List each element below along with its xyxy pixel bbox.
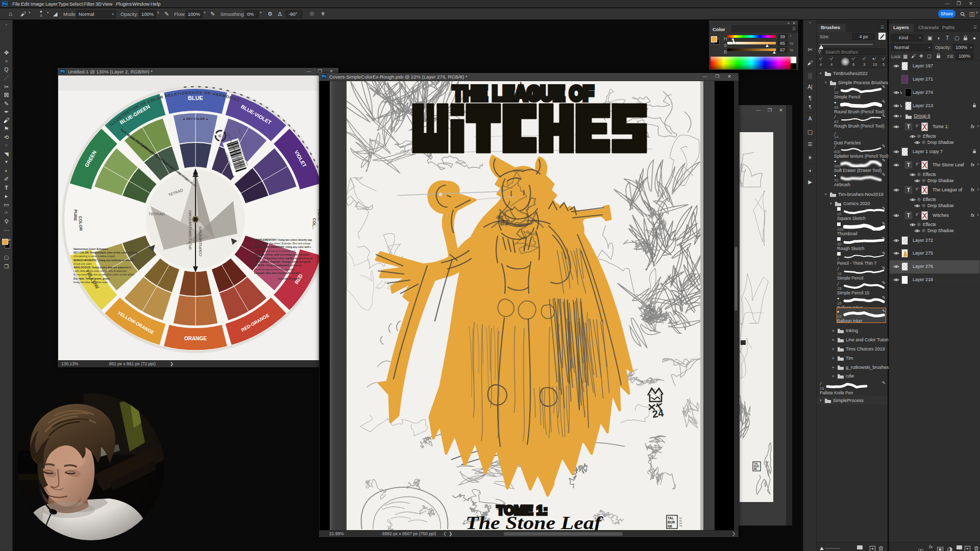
- svg-text:TRIAD: Using three colors equa: TRIAD: Using three colors equally spaced…: [254, 257, 312, 260]
- svg-text:COLOR: COLOR: [78, 216, 83, 231]
- svg-text:TETRAD: Using a combination of: TETRAD: Using a combination of four co: [254, 264, 302, 267]
- svg-text:MONOCHROMATIC: Using any tint: MONOCHROMATIC: Using any tint/tone or sh…: [74, 259, 133, 262]
- svg-text:the wheel that are two sets of: the wheel that are two sets of comple: [254, 268, 295, 271]
- svg-text:Example: Blue and orange with: Example: Blue and orange with red and: [254, 272, 300, 274]
- svg-text:SPLIT COMPLEMENTARY: Using any: SPLIT COMPLEMENTARY: Using any color wit…: [254, 246, 311, 248]
- svg-text:BUR: BUR: [668, 520, 675, 524]
- svg-text:colors on each side of its com: colors on each side of its complement.: [254, 250, 296, 253]
- svg-text:Example: Yellow green, green,: Example: Yellow green, green,: [74, 277, 110, 280]
- svg-text:KEY COLOR: Predominant color: KEY COLOR: Predominant color in the colo…: [74, 251, 137, 254]
- svg-text:NE: NE: [754, 468, 757, 470]
- svg-text:2 0 2 2: 2 0 2 2: [679, 517, 682, 527]
- svg-text:Example: Green, with red-orang: Example: Green, with red-orange and red-…: [254, 254, 310, 256]
- svg-text:COMPLEMENTARY: Using two color: COMPLEMENTARY: Using two colors directly…: [254, 239, 312, 241]
- svg-text:PURE: PURE: [73, 210, 78, 221]
- svg-text:24: 24: [651, 407, 665, 420]
- svg-text:TETRAD: TETRAD: [149, 212, 165, 216]
- svg-text:each other on the color wheel.: each other on the color wheel. Use at le…: [74, 269, 127, 272]
- svg-text:NE: NE: [668, 524, 673, 528]
- svg-text:rectangle ⊠ square: rectangle ⊠ square: [278, 277, 300, 280]
- svg-text:TAL: TAL: [668, 516, 674, 520]
- svg-text:each other on the wheel. Examp: each other on the wheel. Example: Blue a…: [254, 242, 311, 245]
- svg-text:BLUE: BLUE: [188, 95, 203, 101]
- svg-text:of just one color.: of just one color.: [74, 262, 92, 265]
- svg-text:The Stone Leaf: The Stone Leaf: [465, 513, 603, 530]
- svg-text:ORANGE: ORANGE: [184, 336, 207, 341]
- svg-text:but no more than five consecut: but no more than five consecutive colors…: [74, 273, 135, 276]
- svg-text:▲ KEY COLOR ▲: ▲ KEY COLOR ▲: [183, 117, 209, 120]
- svg-text:THE LEAGUE OF: THE LEAGUE OF: [453, 82, 594, 105]
- svg-text:C: C: [218, 134, 222, 138]
- svg-text:ANALOGOUS: Using colors that: ANALOGOUS: Using colors that are adjacen…: [74, 266, 131, 269]
- svg-text:COMPLEMENTARY: COMPLEMENTARY: [199, 226, 202, 256]
- svg-text:on the wheel. Example: Orange,: on the wheel. Example: Orange, violet an…: [254, 261, 311, 263]
- svg-text:COL..: COL..: [312, 218, 317, 229]
- svg-text:of a painting or other creativ: of a painting or other creative project.: [74, 255, 116, 258]
- svg-text:Harmonious Color Schemes:: Harmonious Color Schemes:: [74, 247, 109, 251]
- svg-text:SPLIT COMPLEMENTARY: SPLIT COMPLEMENTARY: [188, 210, 192, 250]
